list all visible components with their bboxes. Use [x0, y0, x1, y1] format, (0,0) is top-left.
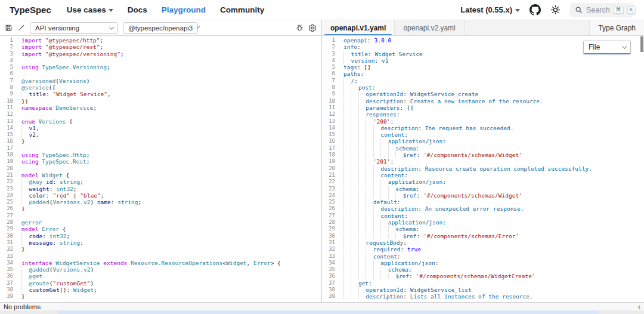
logo[interactable]: TypeSpec: [10, 5, 51, 15]
theme-toggle-icon[interactable]: [550, 5, 561, 15]
line-number: 29: [0, 226, 13, 232]
code-line[interactable]: 24 $ref: '#/components/schemas/Widget': [322, 192, 644, 199]
code-line[interactable]: 14 v1,: [0, 125, 321, 131]
code-line[interactable]: 24 color: "red" | "blue";: [0, 192, 321, 199]
code-line[interactable]: 8@service({: [0, 84, 321, 91]
code-line[interactable]: 19 '201':: [322, 158, 644, 165]
code-line[interactable]: 39}: [0, 293, 321, 300]
code-line[interactable]: 13enum Versions {: [0, 118, 321, 125]
code-line[interactable]: 28@error: [0, 219, 321, 226]
left-editor[interactable]: 1import "@typespec/http";2import "@types…: [0, 36, 322, 302]
emitter-select[interactable]: @typespec/openapi3: [123, 22, 198, 34]
settings-gear-icon[interactable]: [308, 24, 317, 32]
code-line[interactable]: 11namespace DemoService;: [0, 104, 321, 111]
code-line[interactable]: 6paths:: [322, 70, 644, 77]
code-line[interactable]: 20 description: Resource create operatio…: [322, 165, 644, 172]
right-output-editor[interactable]: 1openapi: 3.0.02info:3 title: Widget Ser…: [322, 36, 644, 302]
code-line[interactable]: 33: [0, 253, 321, 260]
search-input[interactable]: Search ⌘ K: [570, 3, 634, 17]
code-line[interactable]: 30 code: int32;: [0, 233, 321, 239]
code-line[interactable]: 18 $ref: '#/components/schemas/Widget': [322, 152, 644, 158]
code-line[interactable]: 10}): [0, 98, 321, 104]
github-icon[interactable]: [530, 4, 541, 16]
code-line[interactable]: 32}: [0, 246, 321, 253]
code-line[interactable]: 35 @added(Versions.v2): [0, 266, 321, 273]
code-line[interactable]: 27: [0, 213, 321, 219]
code-line[interactable]: 39 description: Lists all instances of t…: [322, 293, 644, 300]
samples-select[interactable]: API versioning: [30, 22, 118, 34]
code-line[interactable]: 1import "@typespec/http";: [0, 37, 321, 44]
code-line[interactable]: 26}: [0, 205, 321, 212]
code-line[interactable]: 23 weight: int32;: [0, 186, 321, 192]
code-line[interactable]: 16 application/json:: [322, 138, 644, 144]
code-line[interactable]: 5tags: []: [322, 64, 644, 70]
code-line[interactable]: 34 application/json:: [322, 260, 644, 266]
code-line[interactable]: 36 @get: [0, 273, 321, 279]
code-line[interactable]: 22 application/json:: [322, 178, 644, 185]
code-line[interactable]: 26 description: An unexpected error resp…: [322, 205, 644, 212]
code-line[interactable]: 37 @route("customGet"): [0, 280, 321, 287]
code-line[interactable]: 34interface WidgetService extends Resour…: [0, 260, 321, 266]
code-line[interactable]: 9 title: "Widget Service",: [0, 91, 321, 97]
code-line[interactable]: 33 content:: [322, 253, 644, 260]
code-line[interactable]: 4 version: v1: [322, 57, 644, 64]
code-line[interactable]: 37 get:: [322, 280, 644, 287]
code-line[interactable]: 14 description: The request has succeede…: [322, 125, 644, 131]
code-line[interactable]: 29 schema:: [322, 226, 644, 232]
code-line[interactable]: 25 @added(Versions.v2) name: string;: [0, 199, 321, 205]
scrollbar-thumb[interactable]: [640, 36, 643, 52]
code-line[interactable]: 17 schema:: [322, 145, 644, 152]
type-graph-button[interactable]: Type Graph: [589, 20, 644, 35]
version-selector[interactable]: Latest (0.55.x): [460, 5, 520, 14]
code-line[interactable]: 18using TypeSpec.Http;: [0, 152, 321, 158]
format-icon[interactable]: [17, 24, 25, 32]
code-line[interactable]: 17: [0, 145, 321, 152]
code-line[interactable]: 5using TypeSpec.Versioning;: [0, 64, 321, 70]
code-line[interactable]: 38 operationId: WidgetService_list: [322, 287, 644, 293]
save-icon[interactable]: [5, 24, 13, 32]
code-line[interactable]: 16}: [0, 138, 321, 144]
code-line[interactable]: 21 content:: [322, 172, 644, 178]
debug-icon[interactable]: [296, 24, 304, 32]
code-line[interactable]: 31 requestBody:: [322, 239, 644, 246]
code-line[interactable]: 12: [0, 111, 321, 118]
code-line[interactable]: 30 $ref: '#/components/schemas/Error': [322, 233, 644, 239]
code-line[interactable]: 23 schema:: [322, 186, 644, 192]
code-line[interactable]: 21model Widget {: [0, 172, 321, 178]
code-line[interactable]: 3import "@typespec/versioning";: [0, 51, 321, 57]
output-file-select[interactable]: File: [583, 41, 631, 54]
nav-item-docs[interactable]: Docs: [128, 5, 147, 14]
code-line[interactable]: 36 $ref: '#/components/schemas/WidgetCre…: [322, 273, 644, 279]
code-line[interactable]: 6: [0, 70, 321, 77]
code-line[interactable]: 10 description: Creates a new instance o…: [322, 98, 644, 104]
code-line[interactable]: 35 schema:: [322, 266, 644, 273]
code-line[interactable]: 7 /:: [322, 78, 644, 84]
code-line[interactable]: 29model Error {: [0, 226, 321, 232]
code-line[interactable]: 2import "@typespec/rest";: [0, 44, 321, 50]
code-line[interactable]: 8 post:: [322, 84, 644, 91]
code-line[interactable]: 12 responses:: [322, 111, 644, 118]
collapse-panel-icon[interactable]: ‹: [638, 303, 640, 310]
code-line[interactable]: 9 operationId: WidgetService_create: [322, 91, 644, 97]
code-line[interactable]: 15 v2,: [0, 131, 321, 138]
line-number: 9: [322, 91, 335, 97]
code-line[interactable]: 38 customGet(): Widget;: [0, 287, 321, 293]
code-line[interactable]: 4: [0, 57, 321, 64]
code-line[interactable]: 15 content:: [322, 131, 644, 138]
nav-item-playground[interactable]: Playground: [162, 5, 206, 14]
code-line[interactable]: 7@versioned(Versions): [0, 78, 321, 84]
nav-item-community[interactable]: Community: [220, 5, 264, 14]
tab-openapi-v2[interactable]: openapi.v2.yaml: [395, 20, 464, 35]
code-line[interactable]: 19using TypeSpec.Rest;: [0, 158, 321, 165]
code-line[interactable]: 20: [0, 165, 321, 172]
code-line[interactable]: 22 @key id: string;: [0, 178, 321, 185]
nav-item-use-cases[interactable]: Use cases: [67, 5, 113, 14]
code-line[interactable]: 13 '200':: [322, 118, 644, 125]
code-line[interactable]: 11 parameters: []: [322, 104, 644, 111]
code-line[interactable]: 25 default:: [322, 199, 644, 205]
tab-openapi-v1[interactable]: openapi.v1.yaml: [322, 20, 395, 35]
code-line[interactable]: 32 required: true: [322, 246, 644, 253]
code-line[interactable]: 28 application/json:: [322, 219, 644, 226]
code-line[interactable]: 27 content:: [322, 213, 644, 219]
code-line[interactable]: 31 message: string;: [0, 239, 321, 246]
